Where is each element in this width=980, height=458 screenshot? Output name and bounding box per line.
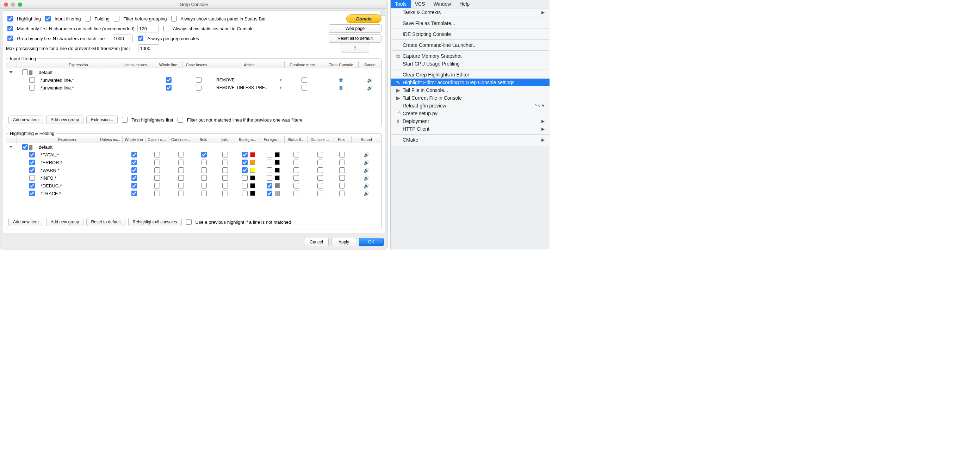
continue-checkbox[interactable] (302, 77, 307, 83)
dropdown-icon[interactable]: ▼ (279, 78, 283, 82)
case-insensitive-checkbox[interactable] (196, 77, 202, 83)
menu-item[interactable]: Tasks & Contexts▶ (391, 8, 549, 16)
console-checkbox[interactable] (317, 183, 323, 188)
reset-to-default-button[interactable]: Reset to default (86, 218, 125, 226)
web-page-button[interactable]: Web page (329, 24, 382, 33)
statusbar-checkbox[interactable] (293, 167, 299, 173)
folding-checkbox[interactable] (85, 16, 91, 21)
input-filtering-checkbox[interactable] (45, 16, 51, 21)
always-pin-checkbox[interactable] (138, 36, 143, 41)
case-insensitive-checkbox[interactable] (154, 152, 160, 157)
foreground-checkbox[interactable] (267, 175, 272, 181)
background-swatch[interactable] (250, 160, 255, 165)
console-checkbox[interactable] (317, 152, 323, 157)
bold-checkbox[interactable] (201, 167, 207, 173)
menu-item[interactable]: 📄Create setup.py (391, 110, 549, 117)
menu-item[interactable]: CMake▶ (391, 136, 549, 144)
italic-checkbox[interactable] (222, 167, 228, 173)
dropdown-icon[interactable]: ▼ (279, 86, 283, 90)
row-enable-checkbox[interactable] (29, 191, 35, 196)
row-enable-checkbox[interactable] (29, 183, 35, 188)
continue-checkbox[interactable] (178, 175, 184, 181)
italic-checkbox[interactable] (222, 183, 228, 188)
foreground-checkbox[interactable] (267, 191, 272, 196)
menu-item[interactable]: ▶Tail Current File in Console (391, 94, 549, 102)
foreground-swatch[interactable] (275, 152, 280, 157)
case-insensitive-checkbox[interactable] (154, 183, 160, 188)
foreground-swatch[interactable] (275, 175, 280, 180)
menu-item[interactable]: Create Command-line Launcher... (391, 41, 549, 49)
trash-icon[interactable]: 🗑 (339, 77, 344, 83)
foreground-checkbox[interactable] (267, 160, 272, 165)
bold-checkbox[interactable] (201, 175, 207, 181)
menubar-vcs[interactable]: VCS (411, 0, 430, 8)
case-insensitive-checkbox[interactable] (154, 191, 160, 196)
add-group-button[interactable]: Add new group (46, 218, 84, 226)
match-first-n-checkbox[interactable] (7, 26, 13, 31)
foreground-swatch[interactable] (275, 191, 280, 196)
table-row[interactable]: .*FATAL.*🔊 (6, 151, 381, 159)
filter-out-checkbox[interactable] (178, 117, 183, 122)
menu-item[interactable]: IDE Scripting Console (391, 30, 549, 38)
sound-icon[interactable]: 🔊 (364, 175, 369, 181)
row-enable-checkbox[interactable] (29, 167, 35, 173)
bold-checkbox[interactable] (201, 152, 207, 157)
table-row[interactable]: .*WARN.*🔊 (6, 166, 381, 174)
grep-first-n-checkbox[interactable] (7, 36, 13, 41)
row-enable-checkbox[interactable] (29, 77, 35, 83)
always-console-checkbox[interactable] (164, 26, 169, 31)
foreground-swatch[interactable] (275, 160, 280, 165)
row-enable-checkbox[interactable] (29, 160, 35, 165)
whole-line-checkbox[interactable] (166, 77, 172, 83)
table-row[interactable]: .*unwanted line.*REMOVE▼🗑🔊 (6, 76, 381, 84)
menu-item[interactable]: Start CPU Usage Profiling (391, 60, 549, 68)
cancel-button[interactable]: Cancel (304, 238, 329, 246)
whole-line-checkbox[interactable] (131, 152, 137, 157)
continue-checkbox[interactable] (178, 191, 184, 196)
background-checkbox[interactable] (242, 152, 248, 157)
fold-checkbox[interactable] (339, 175, 345, 181)
whole-line-checkbox[interactable] (166, 85, 172, 91)
sound-icon[interactable]: 🔊 (364, 183, 369, 188)
whole-line-checkbox[interactable] (131, 183, 137, 188)
row-enable-checkbox[interactable] (29, 175, 35, 181)
console-checkbox[interactable] (317, 167, 323, 173)
help-button[interactable]: ? (341, 44, 369, 52)
table-row[interactable]: .*DEBUG.*🔊 (6, 182, 381, 189)
foreground-swatch[interactable] (275, 183, 280, 188)
highlighting-checkbox[interactable] (7, 16, 13, 21)
fold-checkbox[interactable] (339, 160, 345, 165)
background-checkbox[interactable] (242, 167, 248, 173)
bold-checkbox[interactable] (201, 191, 207, 196)
reset-all-button[interactable]: Reset all to default (329, 34, 382, 43)
menu-item[interactable]: ▶Tail File in Console... (391, 86, 549, 94)
menu-item[interactable]: HTTP Client▶ (391, 125, 549, 133)
filter-before-checkbox[interactable] (114, 16, 119, 21)
chevron-down-icon[interactable] (9, 71, 13, 73)
group-checkbox[interactable] (22, 144, 28, 150)
test-highlighters-first-checkbox[interactable] (122, 117, 127, 122)
use-previous-checkbox[interactable] (186, 219, 192, 225)
case-insensitive-checkbox[interactable] (154, 160, 160, 165)
hilite-group-row[interactable]: ▇ default (6, 143, 381, 151)
statusbar-checkbox[interactable] (293, 160, 299, 165)
continue-checkbox[interactable] (178, 167, 184, 173)
menu-item[interactable]: ⇪Deployment▶ (391, 117, 549, 125)
add-item-button[interactable]: Add new item (8, 218, 43, 226)
sound-icon[interactable]: 🔊 (364, 160, 369, 165)
bold-checkbox[interactable] (201, 183, 207, 188)
donate-button[interactable]: Donate (346, 14, 382, 23)
row-enable-checkbox[interactable] (29, 85, 35, 91)
menu-item[interactable]: Save File as Template... (391, 19, 549, 27)
continue-checkbox[interactable] (178, 152, 184, 157)
background-swatch[interactable] (250, 152, 255, 157)
fold-checkbox[interactable] (339, 152, 345, 157)
foreground-checkbox[interactable] (267, 183, 272, 188)
statusbar-checkbox[interactable] (293, 183, 299, 188)
background-checkbox[interactable] (242, 160, 248, 165)
always-statusbar-checkbox[interactable] (171, 16, 177, 21)
sound-icon[interactable]: 🔊 (367, 85, 373, 91)
apply-button[interactable]: Apply (331, 238, 356, 246)
background-swatch[interactable] (250, 191, 255, 196)
sound-icon[interactable]: 🔊 (364, 191, 369, 196)
